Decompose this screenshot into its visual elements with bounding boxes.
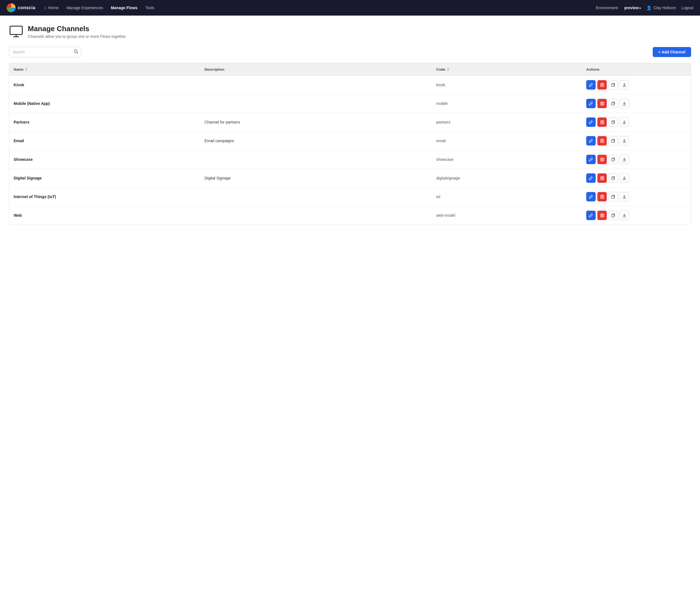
delete-button[interactable] [597,192,607,201]
copy-button[interactable] [608,80,618,90]
trash-icon [600,157,604,162]
page-title: Manage Channels [28,24,127,33]
edit-button[interactable] [586,173,596,183]
copy-button[interactable] [608,155,618,164]
table-row: Mobile (Native App) mobile [9,94,691,113]
cell-description [200,187,432,206]
svg-rect-66 [611,215,614,217]
brand-name: conscia [18,5,35,10]
download-icon [622,157,626,161]
channels-table: Name ▲▼ Description Code ▲▼ A [9,63,691,225]
cell-actions [582,132,691,150]
edit-button[interactable] [586,192,596,201]
cell-description [200,94,432,113]
table-body: Kiosk kiosk [9,76,691,225]
environment-value[interactable]: preview▾ [624,5,641,10]
nav-manage-flows[interactable]: Manage Flows [111,4,138,11]
nav-tools[interactable]: Tools [145,4,154,11]
cell-description: Email campaigns [200,132,432,150]
search-icon [74,49,78,54]
navbar: conscia ⌂ Home Manage Experiences Manage… [0,0,700,16]
brand-logo[interactable]: conscia [7,3,35,12]
copy-button[interactable] [608,118,618,127]
svg-rect-58 [611,196,614,198]
cell-description [200,76,432,94]
col-code[interactable]: Code ▲▼ [432,63,582,76]
cell-actions [582,113,691,132]
delete-button[interactable] [597,210,607,220]
trash-icon [600,214,604,218]
download-button[interactable] [620,192,629,201]
cell-code: mobile [432,94,582,113]
table-row: Partners Channel for partners partners [9,113,691,132]
cell-name: Email [9,132,200,150]
edit-button[interactable] [586,80,596,90]
page-subtitle: Channels allow you to group one or more … [28,34,127,39]
monitor-icon [9,26,23,38]
copy-icon [611,157,615,161]
edit-button[interactable] [586,155,596,164]
logo-icon [7,3,16,12]
edit-icon [589,83,593,87]
delete-button[interactable] [597,99,607,108]
copy-icon [611,102,615,105]
edit-button[interactable] [586,99,596,108]
copy-button[interactable] [608,210,618,220]
delete-button[interactable] [597,136,607,146]
nav-manage-experiences[interactable]: Manage Experiences [67,4,103,11]
cell-name: Showcase [9,150,200,169]
search-input[interactable] [9,48,71,56]
cell-code: kiosk [432,76,582,94]
copy-button[interactable] [608,136,618,146]
copy-button[interactable] [608,99,618,108]
nav-manage-flows-label: Manage Flows [111,5,138,10]
add-channel-button[interactable]: + Add Channel [653,47,691,57]
svg-rect-42 [611,158,614,161]
delete-button[interactable] [597,118,607,127]
toolbar: + Add Channel [9,47,691,57]
download-button[interactable] [620,155,629,164]
user-name: Clay Hobson [653,5,676,10]
logout-button[interactable]: Logout [681,5,693,10]
download-button[interactable] [620,210,629,220]
delete-button[interactable] [597,80,607,90]
edit-icon [589,139,593,143]
nav-manage-experiences-label: Manage Experiences [67,5,103,10]
download-button[interactable] [620,136,629,146]
copy-icon [611,120,615,124]
user-icon: 👤 [646,5,652,10]
cell-description: Digital Signage [200,169,432,187]
cell-actions [582,187,691,206]
edit-button[interactable] [586,136,596,146]
cell-description: Channel for partners [200,113,432,132]
table-row: Kiosk kiosk [9,76,691,94]
copy-button[interactable] [608,192,618,201]
cell-code: partners [432,113,582,132]
cell-name: Digital Signage [9,169,200,187]
nav-tools-label: Tools [145,5,154,10]
nav-links: ⌂ Home Manage Experiences Manage Flows T… [44,4,587,11]
table-row: Showcase showcase [9,150,691,169]
cell-name: Partners [9,113,200,132]
edit-button[interactable] [586,118,596,127]
nav-home[interactable]: ⌂ Home [44,4,59,11]
col-name[interactable]: Name ▲▼ [9,63,200,76]
edit-icon [589,195,593,199]
delete-button[interactable] [597,155,607,164]
download-button[interactable] [620,118,629,127]
download-icon [622,120,626,124]
copy-button[interactable] [608,173,618,183]
search-button[interactable] [71,47,81,57]
download-button[interactable] [620,99,629,108]
table-row: Internet of Things (IoT) iot [9,187,691,206]
cell-actions [582,150,691,169]
delete-button[interactable] [597,173,607,183]
table-row: Digital Signage Digital Signage digitals… [9,169,691,187]
main-content: Manage Channels Channels allow you to gr… [0,16,700,601]
download-button[interactable] [620,173,629,183]
edit-icon [589,120,593,124]
edit-button[interactable] [586,210,596,220]
download-button[interactable] [620,80,629,90]
search-wrap [9,47,81,57]
cell-actions [582,76,691,94]
